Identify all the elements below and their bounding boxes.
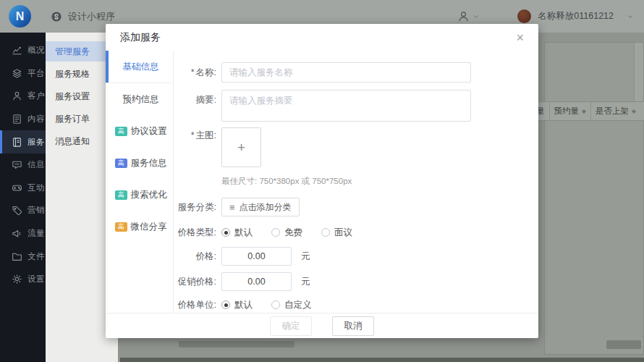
sidebar-item-marketing[interactable]: 营销 (0, 199, 46, 222)
sidebar-item-services[interactable]: 服务 (0, 130, 46, 153)
modal-footer: 确定 取消 (106, 313, 538, 338)
brand-logo[interactable]: N (9, 5, 31, 28)
sidebar-item-label: 客户 (27, 90, 45, 101)
tab-label: 预约信息 (123, 93, 159, 106)
dimmed-panel-column (634, 43, 643, 102)
chevron-down-icon (473, 13, 480, 20)
close-icon[interactable]: × (516, 31, 524, 44)
sidebar-item-files[interactable]: 文件 (0, 245, 46, 268)
gear-icon (12, 274, 22, 285)
radio-dot (321, 228, 330, 237)
app-name: 设计小程序 (68, 10, 115, 23)
price-row: 价格: 元 (174, 247, 538, 266)
name-label: *名称: (174, 67, 221, 79)
chevron-down-icon[interactable] (627, 13, 634, 20)
sort-caret-icon[interactable] (582, 107, 586, 116)
sidebar-item-label: 内容 (27, 114, 45, 125)
price-unit-default-radio[interactable]: 默认 (221, 299, 253, 311)
account-menu[interactable] (457, 10, 480, 22)
app-screen: N 设计小程序 名称释放01161212 概况 (0, 0, 644, 362)
add-service-form: *名称: 摘要: *主图: + 最佳尺寸: 750*380px 或 750*75… (174, 51, 538, 313)
tab-agreement-settings[interactable]: 高 协议设置 (106, 115, 173, 147)
promo-price-label: 促销价格: (174, 276, 221, 288)
megaphone-icon (12, 228, 22, 239)
tag-icon (12, 205, 22, 216)
summary-label: 摘要: (174, 90, 221, 106)
image-size-hint: 最佳尺寸: 750*380px 或 750*750px (221, 176, 352, 187)
list-icon: ≡ (229, 202, 235, 213)
sort-caret-icon[interactable] (632, 107, 636, 116)
tab-service-info[interactable]: 高 服务信息 (106, 147, 173, 179)
dimmed-content-panel (544, 42, 644, 355)
sidebar-item-overview[interactable]: 概况 (0, 39, 46, 62)
modal-title: 添加服务 (120, 31, 161, 44)
button-label: 点击添加分类 (240, 201, 292, 214)
column-label: 预约量 (554, 106, 580, 117)
column-header-listed[interactable]: 是否上架 (590, 102, 640, 120)
sidebar-item-label: 文件 (27, 251, 45, 262)
tab-wechat-share[interactable]: 高 微信分享 (106, 211, 173, 243)
radio-label: 免费 (284, 227, 302, 239)
radio-dot (221, 300, 230, 309)
modal-header: 添加服务 × (106, 24, 538, 51)
premium-badge: 高 (115, 222, 127, 232)
radio-label: 自定义 (284, 299, 312, 311)
sidebar-item-messages[interactable]: 信息 (0, 153, 46, 177)
dimmed-bottom-bar (120, 358, 644, 362)
radio-label: 面议 (334, 227, 352, 239)
main-image-row: *主图: + (174, 127, 538, 167)
price-type-default-radio[interactable]: 默认 (221, 227, 253, 239)
category-label: 服务分类: (174, 201, 221, 214)
radio-dot (271, 300, 280, 309)
premium-badge: 高 (115, 159, 127, 168)
add-service-modal: 添加服务 × 基础信息 预约信息 高 协议设置 高 服务信息 (106, 24, 538, 338)
background-table-header: 量 预约量 是否上架 (532, 101, 644, 121)
modal-body: 基础信息 预约信息 高 协议设置 高 服务信息 高 搜索优化 (106, 51, 538, 313)
avatar[interactable] (517, 9, 531, 23)
price-label: 价格: (174, 251, 221, 263)
tab-booking-info[interactable]: 预约信息 (106, 83, 173, 115)
tab-label: 协议设置 (131, 125, 167, 138)
tab-label: 搜索优化 (131, 189, 167, 201)
price-type-label: 价格类型: (174, 227, 221, 239)
sidebar-item-label: 设置 (27, 274, 45, 285)
category-row: 服务分类: ≡ 点击添加分类 (174, 198, 538, 216)
column-header-bookings[interactable]: 预约量 (549, 102, 591, 120)
promo-price-input[interactable] (221, 272, 292, 291)
mini-program-icon (51, 11, 62, 22)
sidebar-item-traffic[interactable]: 流量 (0, 222, 46, 245)
premium-badge: 高 (115, 127, 127, 136)
price-input[interactable] (221, 247, 292, 266)
sidebar-item-interaction[interactable]: 互动 (0, 177, 46, 200)
tab-basic-info[interactable]: 基础信息 (106, 51, 173, 83)
sidebar-item-label: 营销 (27, 205, 45, 216)
price-unit-custom-radio[interactable]: 自定义 (271, 299, 312, 311)
image-upload-button[interactable]: + (221, 127, 261, 167)
image-hint-row: 最佳尺寸: 750*380px 或 750*750px (174, 176, 538, 186)
required-mark: * (191, 130, 195, 140)
sidebar-item-customers[interactable]: 客户 (0, 85, 46, 108)
tab-search-optimization[interactable]: 高 搜索优化 (106, 179, 173, 211)
sidebar-item-content[interactable]: 内容 (0, 108, 46, 131)
dimmed-pagination-text (179, 341, 295, 348)
service-name-input[interactable] (221, 62, 471, 83)
modal-tab-list: 基础信息 预约信息 高 协议设置 高 服务信息 高 搜索优化 (106, 51, 174, 313)
sidebar-item-label: 服务 (27, 137, 45, 148)
chart-icon (12, 45, 22, 56)
sidebar-item-label: 平台 (27, 68, 45, 79)
confirm-button[interactable]: 确定 (270, 316, 312, 336)
promo-price-row: 促销价格: 元 (174, 272, 538, 291)
sidebar-item-settings[interactable]: 设置 (0, 268, 46, 291)
price-type-negotiable-radio[interactable]: 面议 (321, 227, 352, 239)
person-icon (457, 10, 470, 22)
sidebar-item-platform[interactable]: 平台 (0, 62, 46, 85)
main-image-label: *主图: (174, 127, 221, 142)
sidebar-item-label: 概况 (27, 45, 45, 56)
summary-textarea[interactable] (221, 90, 471, 122)
price-type-free-radio[interactable]: 免费 (271, 227, 302, 239)
cancel-button[interactable]: 取消 (332, 316, 374, 336)
sidebar-item-label: 流量 (27, 228, 45, 239)
add-category-button[interactable]: ≡ 点击添加分类 (221, 198, 300, 216)
sidebar-item-label: 信息 (27, 159, 45, 170)
document-icon (12, 114, 22, 125)
